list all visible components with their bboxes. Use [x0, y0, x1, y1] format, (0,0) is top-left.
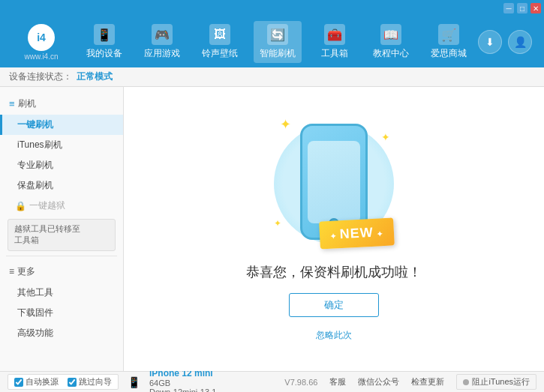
logo-icon: i4 — [28, 24, 55, 51]
auto-source-checkbox-item[interactable]: 自动换源 — [14, 376, 59, 388]
nav-smart-flash-label: 智能刷机 — [260, 47, 296, 60]
skip-wizard-checkbox[interactable] — [68, 378, 77, 387]
user-icon-btn[interactable]: 👤 — [508, 30, 532, 54]
device-info: iPhone 12 mini 64GB Down-12mini-13.1 — [149, 368, 216, 393]
more-section-icon: ≡ — [9, 266, 14, 277]
itunes-status-label: 阻止iTunes运行 — [472, 376, 530, 388]
lock-icon: 🔒 — [15, 201, 26, 211]
version-text: V7.98.66 — [284, 378, 317, 387]
content-area: ✦ ✦ ✦ NEW 恭喜您，保资料刷机成功啦！ 确定 忽略此次 — [124, 87, 544, 371]
status-value: 正常模式 — [77, 70, 113, 83]
one-click-flash-label: 一键刷机 — [17, 119, 53, 130]
nav-bar: 📱 我的设备 🎮 应用游戏 🖼 铃声壁纸 🔄 智能刷机 🧰 工具箱 📖 教程中心… — [75, 16, 478, 67]
sidebar-other-tools[interactable]: 其他工具 — [0, 283, 123, 303]
nav-apps-games[interactable]: 🎮 应用游戏 — [138, 21, 186, 63]
ignore-link[interactable]: 忽略此次 — [316, 329, 352, 342]
my-device-icon: 📱 — [94, 24, 115, 45]
nav-apps-games-label: 应用游戏 — [144, 47, 180, 60]
sidebar-locked-jailbreak: 🔒 一键越狱 — [0, 196, 123, 216]
flash-section-icon: ≡ — [9, 98, 15, 109]
bottom-right: V7.98.66 客服 微信公众号 检查更新 阻止iTunes运行 — [284, 374, 536, 390]
nav-store-label: 爱思商城 — [431, 47, 467, 60]
auto-source-checkbox[interactable] — [14, 378, 23, 387]
nav-wallpaper[interactable]: 🖼 铃声壁纸 — [196, 21, 244, 63]
skip-wizard-label: 跳过向导 — [79, 376, 112, 388]
logo-area: i4 www.i4.cn — [8, 24, 75, 61]
update-link[interactable]: 检查更新 — [411, 376, 444, 388]
sidebar-one-click-flash[interactable]: 一键刷机 — [0, 115, 123, 135]
other-tools-label: 其他工具 — [17, 287, 53, 298]
sidebar-download-firmware[interactable]: 下载固件 — [0, 303, 123, 323]
itunes-flash-label: iTunes刷机 — [17, 139, 62, 150]
sidebar-itunes-flash[interactable]: iTunes刷机 — [0, 135, 123, 155]
nav-store[interactable]: 🛒 爱思商城 — [425, 21, 473, 63]
minimize-button[interactable]: ─ — [503, 3, 514, 13]
download-icon-btn[interactable]: ⬇ — [478, 30, 502, 54]
status-bar: 设备连接状态： 正常模式 — [0, 67, 544, 87]
sidebar-advanced[interactable]: 高级功能 — [0, 323, 123, 343]
pro-flash-label: 专业刷机 — [17, 160, 53, 170]
flash-section-header: ≡ 刷机 — [0, 93, 123, 115]
sparkle-3: ✦ — [274, 218, 281, 229]
nav-smart-flash[interactable]: 🔄 智能刷机 — [254, 21, 302, 63]
confirm-button[interactable]: 确定 — [289, 293, 379, 317]
nav-my-device[interactable]: 📱 我的设备 — [80, 21, 128, 63]
sidebar: ≡ 刷机 一键刷机 iTunes刷机 专业刷机 保盘刷机 🔒 一键越狱 越狱工具… — [0, 87, 124, 371]
phone-screen — [308, 141, 360, 223]
advanced-label: 高级功能 — [17, 328, 53, 338]
tutorials-icon: 📖 — [380, 24, 401, 45]
apps-games-icon: 🎮 — [152, 24, 173, 45]
itunes-status-dot — [463, 379, 469, 385]
more-section-label: 更多 — [17, 265, 35, 278]
download-firmware-label: 下载固件 — [17, 307, 53, 318]
more-section-header: ≡ 更多 — [0, 261, 123, 283]
nav-wallpaper-label: 铃声壁纸 — [202, 47, 238, 60]
locked-jailbreak-label: 一键越狱 — [29, 199, 65, 212]
wallpaper-icon: 🖼 — [209, 24, 230, 45]
success-area: ✦ ✦ ✦ NEW 恭喜您，保资料刷机成功啦！ 确定 忽略此次 — [246, 116, 422, 342]
smart-flash-icon: 🔄 — [267, 24, 288, 45]
toolbox-icon: 🧰 — [324, 24, 345, 45]
nav-tutorials-label: 教程中心 — [373, 47, 409, 60]
flash-section-label: 刷机 — [18, 97, 36, 110]
nav-my-device-label: 我的设备 — [86, 47, 122, 60]
save-flash-label: 保盘刷机 — [17, 180, 53, 190]
sparkle-1: ✦ — [280, 116, 291, 133]
status-label: 设备连接状态： — [9, 70, 72, 83]
nav-toolbox-label: 工具箱 — [321, 47, 348, 60]
skip-wizard-checkbox-item[interactable]: 跳过向导 — [68, 376, 112, 388]
wechat-link[interactable]: 微信公众号 — [358, 376, 399, 388]
sidebar-pro-flash[interactable]: 专业刷机 — [0, 155, 123, 175]
header-right: ⬇ 👤 — [478, 30, 536, 54]
phone-illustration: ✦ ✦ ✦ NEW — [274, 116, 394, 251]
logo-text: www.i4.cn — [24, 52, 58, 61]
nav-tutorials[interactable]: 📖 教程中心 — [367, 21, 415, 63]
jailbreak-notice: 越狱工具已转移至工具箱 — [8, 219, 116, 251]
sidebar-save-flash[interactable]: 保盘刷机 — [0, 175, 123, 196]
jailbreak-notice-text: 越狱工具已转移至工具箱 — [14, 224, 80, 244]
title-bar: ─ □ ✕ — [0, 0, 544, 16]
auto-source-label: 自动换源 — [26, 376, 59, 388]
device-capacity: 64GB — [149, 379, 216, 388]
service-link[interactable]: 客服 — [329, 376, 346, 388]
bottom-left: 自动换源 跳过向导 📱 iPhone 12 mini 64GB Down-12m… — [8, 368, 278, 393]
sidebar-divider-1 — [6, 256, 117, 256]
store-icon: 🛒 — [438, 24, 459, 45]
close-button[interactable]: ✕ — [530, 3, 541, 13]
sparkle-2: ✦ — [381, 131, 390, 143]
device-phone-icon: 📱 — [128, 376, 140, 388]
nav-toolbox[interactable]: 🧰 工具箱 — [312, 21, 357, 63]
header: i4 www.i4.cn 📱 我的设备 🎮 应用游戏 🖼 铃声壁纸 🔄 智能刷机… — [0, 16, 544, 67]
device-model: Down-12mini-13.1 — [149, 388, 216, 393]
main-area: ≡ 刷机 一键刷机 iTunes刷机 专业刷机 保盘刷机 🔒 一键越狱 越狱工具… — [0, 87, 544, 371]
bottom-bar: 自动换源 跳过向导 📱 iPhone 12 mini 64GB Down-12m… — [0, 371, 544, 392]
itunes-status[interactable]: 阻止iTunes运行 — [456, 374, 536, 390]
maximize-button[interactable]: □ — [517, 3, 527, 13]
new-badge: NEW — [320, 217, 395, 249]
success-message: 恭喜您，保资料刷机成功啦！ — [246, 263, 422, 281]
